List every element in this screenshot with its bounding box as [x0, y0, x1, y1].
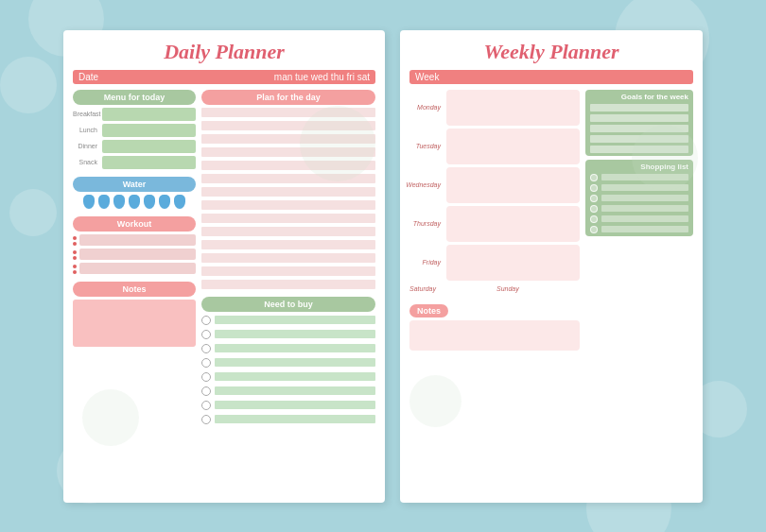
- plan-line-1: [201, 108, 375, 117]
- shop-circle-6: [590, 226, 598, 233]
- shop-item-6: [590, 226, 688, 233]
- weekly-week-row: Week: [409, 70, 693, 84]
- friday-box: [446, 245, 580, 281]
- daily-planner-card: Daily Planner Date man tue wed thu fri s…: [63, 30, 385, 503]
- dot-4: [73, 256, 77, 260]
- buy-check-6: [201, 386, 211, 396]
- menu-snack-bar: [102, 156, 196, 169]
- workout-row-2: [73, 249, 196, 260]
- buy-item-1: [201, 316, 375, 325]
- daily-planner-title: Daily Planner: [73, 40, 375, 64]
- menu-dinner-bar: [102, 140, 196, 153]
- buy-check-2: [201, 330, 211, 339]
- buy-item-5: [201, 372, 375, 382]
- water-drops: [73, 195, 196, 209]
- buy-check-4: [201, 358, 211, 368]
- thursday-label: Thursday: [409, 206, 444, 242]
- buy-line-3: [215, 344, 375, 352]
- menu-rows: Breakfast Lunch Dinner Snack: [73, 108, 196, 169]
- daily-right-col: Plan for the day: [201, 90, 375, 427]
- notes-area: [73, 300, 196, 347]
- goals-line-1: [590, 104, 688, 112]
- menu-snack-label: Snack: [73, 159, 99, 165]
- weekly-body: Monday Tuesday Wednesday Thursday Friday: [409, 90, 693, 351]
- drop-5: [144, 195, 155, 209]
- wednesday-row: Wednesday: [409, 167, 580, 203]
- shop-item-4: [590, 205, 688, 213]
- goals-line-4: [590, 135, 688, 143]
- workout-lines: [73, 234, 196, 274]
- daily-days: man tue wed thu fri sat: [274, 72, 370, 82]
- dot-5: [73, 265, 77, 268]
- plan-line-3: [201, 134, 375, 144]
- friday-row: Friday: [409, 245, 580, 281]
- buy-item-3: [201, 344, 375, 353]
- shop-circle-4: [590, 205, 598, 213]
- shop-line-1: [601, 174, 688, 180]
- workout-dots-1: [73, 234, 77, 246]
- dot-2: [73, 242, 77, 246]
- water-header: Water: [73, 177, 196, 192]
- tuesday-label: Tuesday: [409, 129, 444, 164]
- plan-line-5: [201, 161, 375, 170]
- sat-sun-row: Saturday Sunday: [409, 285, 580, 294]
- shopping-box: Shopping list: [585, 160, 693, 236]
- dot-6: [73, 270, 77, 274]
- sunday-col: Sunday: [496, 285, 580, 294]
- menu-header: Menu for today: [73, 90, 196, 105]
- daily-left-col: Menu for today Breakfast Lunch Dinner: [73, 90, 196, 427]
- shop-item-3: [590, 195, 688, 202]
- buy-check-1: [201, 316, 211, 325]
- shop-item-5: [590, 215, 688, 223]
- plan-lines: [201, 108, 375, 289]
- shop-line-4: [601, 205, 688, 212]
- menu-dinner-row: Dinner: [73, 140, 196, 153]
- buy-item-6: [201, 386, 375, 396]
- monday-label: Monday: [409, 90, 444, 126]
- workout-header: Workout: [73, 216, 196, 232]
- goals-line-3: [590, 125, 688, 132]
- plan-line-4: [201, 147, 375, 157]
- weekly-notes-box: [409, 320, 580, 351]
- menu-breakfast-bar: [102, 108, 196, 121]
- workout-line-2: [79, 249, 196, 260]
- shop-line-2: [601, 184, 688, 191]
- buy-line-2: [215, 330, 375, 338]
- buy-line-8: [215, 415, 375, 423]
- weekly-planner-card: Weekly Planner Week Monday Tuesday Wedne…: [400, 30, 703, 503]
- shop-line-3: [601, 195, 688, 201]
- workout-section: Workout: [73, 216, 196, 274]
- buy-item-8: [201, 415, 375, 424]
- weekly-week-label: Week: [415, 72, 439, 82]
- weekly-notes: Notes: [409, 300, 580, 351]
- buy-line-1: [215, 316, 375, 324]
- plan-section: Plan for the day: [201, 90, 375, 289]
- shop-line-5: [601, 215, 688, 222]
- workout-line-1: [79, 234, 196, 246]
- workout-line-3: [79, 263, 196, 274]
- workout-dots-3: [73, 263, 77, 274]
- daily-body: Menu for today Breakfast Lunch Dinner: [73, 90, 375, 427]
- menu-snack-row: Snack: [73, 156, 196, 169]
- buy-line-6: [215, 386, 375, 395]
- weekly-notes-header: Notes: [409, 304, 448, 317]
- drop-7: [174, 195, 185, 209]
- sunday-label: Sunday: [496, 285, 580, 292]
- goals-header: Goals for the week: [590, 93, 688, 101]
- buy-item-7: [201, 401, 375, 410]
- menu-dinner-label: Dinner: [73, 143, 99, 149]
- plan-line-9: [201, 214, 375, 223]
- dot-3: [73, 250, 77, 254]
- buy-item-2: [201, 330, 375, 339]
- plan-line-12: [201, 253, 375, 263]
- shopping-header: Shopping list: [590, 163, 688, 171]
- workout-row-3: [73, 263, 196, 274]
- goals-line-5: [590, 146, 688, 153]
- shop-circle-1: [590, 174, 598, 181]
- buy-check-5: [201, 372, 211, 382]
- buy-section: Need to buy: [201, 297, 375, 424]
- daily-date-label: Date: [78, 72, 98, 82]
- menu-section: Menu for today Breakfast Lunch Dinner: [73, 90, 196, 169]
- shop-item-1: [590, 174, 688, 181]
- buy-check-3: [201, 344, 211, 353]
